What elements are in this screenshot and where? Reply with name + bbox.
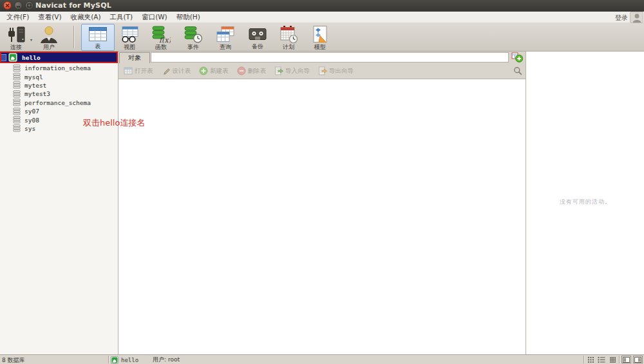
menu-help[interactable]: 帮助(H) [172, 12, 205, 23]
action-label: 导出向导 [329, 67, 354, 75]
view-icon [120, 26, 139, 43]
action-label: 新建表 [210, 67, 229, 75]
connection-icon [6, 26, 26, 43]
toggle-information-pane-button[interactable] [633, 356, 643, 363]
table-icon [88, 26, 108, 43]
database-icon [13, 73, 21, 81]
list-icon [598, 356, 605, 363]
toolbar-label: 备份 [252, 43, 263, 51]
new-table-icon [199, 66, 208, 75]
toolbar-separator [73, 26, 74, 48]
login-link[interactable]: 登录 [615, 14, 628, 23]
toolbar-queries-button[interactable]: 查询 [211, 24, 240, 50]
view-details-button[interactable] [608, 356, 617, 363]
grid-dots-icon [587, 356, 594, 363]
view-large-icons-button[interactable] [586, 356, 595, 363]
backup-icon [248, 26, 267, 43]
svg-text:f(x): f(x) [159, 36, 171, 44]
search-button[interactable] [513, 66, 522, 78]
annotation-text: 双击hello连接名 [83, 117, 145, 129]
toolbar-model-button[interactable]: 模型 [305, 24, 335, 50]
database-item[interactable]: mysql [0, 72, 118, 81]
toolbar-backup-button[interactable]: 备份 [243, 24, 272, 50]
table-actions-toolbar: 打开表 设计表 新建表 删除表 [118, 63, 526, 79]
user-avatar[interactable] [630, 12, 643, 23]
open-table-button[interactable]: 打开表 [124, 66, 153, 75]
database-item[interactable]: sy07 [0, 107, 118, 115]
new-tab-button[interactable] [510, 52, 524, 62]
toolbar-events-button[interactable]: 事件 [178, 24, 208, 50]
right-pane-icon [634, 357, 641, 363]
menu-tools[interactable]: 工具(T) [106, 12, 138, 23]
activity-panel: 没有可用的活动。 [527, 52, 644, 354]
database-icon [13, 90, 21, 98]
maximize-window-button[interactable] [25, 1, 33, 10]
database-icon [13, 116, 21, 124]
menu-file[interactable]: 文件(F) [2, 12, 33, 23]
new-table-button[interactable]: 新建表 [199, 66, 229, 75]
toolbar-views-button[interactable]: 视图 [115, 24, 144, 50]
toolbar-label: 模型 [314, 43, 326, 52]
database-item[interactable]: information_schema [0, 64, 118, 72]
database-icon [13, 99, 21, 106]
statusbar-separator [108, 356, 109, 363]
delete-table-icon [237, 66, 246, 75]
toolbar-user-button[interactable]: 用户 [34, 24, 64, 50]
tab-objects[interactable]: 对象 [119, 52, 150, 63]
delete-table-button[interactable]: 删除表 [237, 66, 267, 75]
object-list-area[interactable] [118, 79, 526, 354]
menubar: 文件(F) 查看(V) 收藏夹(A) 工具(T) 窗口(W) 帮助(H) 登录 [0, 12, 644, 23]
design-table-button[interactable]: 设计表 [162, 66, 191, 75]
database-item[interactable]: performance_schema [0, 99, 118, 107]
toolbar-label: 函数 [155, 43, 167, 52]
design-table-icon [162, 66, 171, 75]
database-item[interactable]: mytest [0, 81, 118, 90]
toolbar-label: 计划 [283, 43, 294, 52]
action-label: 删除表 [248, 67, 267, 75]
database-count-label: 8 数据库 [2, 356, 25, 364]
toolbar-label: 表 [95, 43, 101, 51]
toggle-navigation-pane-button[interactable] [621, 356, 631, 363]
minimize-icon [16, 3, 21, 8]
export-wizard-icon [318, 66, 327, 75]
minimize-window-button[interactable] [14, 1, 23, 10]
window-title: Navicat for MySQL [35, 1, 111, 10]
import-wizard-button[interactable]: 导入向导 [274, 66, 310, 75]
open-table-icon [124, 66, 133, 75]
database-name: sy07 [24, 108, 39, 115]
statusbar-connection: hello 用户: root [111, 356, 180, 364]
function-icon: f(x) [151, 26, 171, 43]
menu-view[interactable]: 查看(V) [33, 12, 66, 23]
toolbar-label: 用户 [43, 43, 55, 52]
objects-panel: 对象 打开表 设计表 [118, 52, 526, 354]
model-icon [310, 26, 330, 43]
body-area: hello information_schema mysql mytest my… [0, 52, 644, 354]
database-name: information_schema [24, 64, 91, 72]
close-icon [5, 3, 10, 8]
toolbar-label: 事件 [187, 43, 199, 52]
connection-sidebar: hello information_schema mysql mytest my… [0, 52, 118, 354]
statusbar-separator [583, 356, 584, 363]
close-window-button[interactable] [3, 1, 12, 10]
statusbar-user-label: 用户: root [153, 356, 180, 364]
navicat-connection-icon [111, 356, 118, 364]
toolbar-label: 视图 [124, 43, 135, 52]
menu-favorites[interactable]: 收藏夹(A) [66, 12, 106, 23]
toolbar-connection-button[interactable]: 连接 [1, 24, 31, 50]
menu-window[interactable]: 窗口(W) [137, 12, 172, 23]
database-icon [13, 64, 21, 72]
toolbar-schedule-button[interactable]: 计划 [274, 24, 303, 50]
toolbar-functions-button[interactable]: f(x) 函数 [146, 24, 176, 50]
export-wizard-button[interactable]: 导出向导 [318, 66, 354, 75]
view-list-button[interactable] [597, 356, 606, 363]
connection-dropdown-caret[interactable]: ▾ [30, 37, 32, 42]
database-name: mytest3 [24, 90, 50, 97]
titlebar: Navicat for MySQL [0, 0, 644, 12]
database-item[interactable]: mytest3 [0, 90, 118, 98]
database-name: mytest [24, 82, 46, 89]
main-toolbar: 连接 ▾ 用户 表 [0, 23, 644, 52]
toolbar-tables-button[interactable]: 表 [81, 24, 115, 51]
database-name: sy08 [24, 117, 39, 124]
import-wizard-icon [274, 66, 283, 75]
database-icon [13, 81, 21, 89]
